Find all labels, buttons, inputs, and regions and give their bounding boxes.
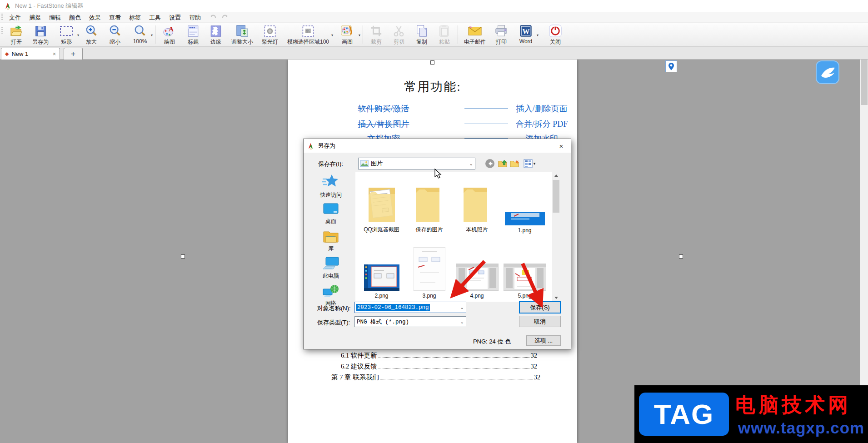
place-network[interactable]: 网络: [307, 284, 354, 307]
filename-label: 对象名称(N):: [317, 304, 351, 313]
file-item[interactable]: 1.png: [501, 175, 549, 234]
word-button[interactable]: W ▾ Word: [513, 23, 539, 46]
doc-link[interactable]: 插入/替换图片: [343, 119, 424, 129]
open-button[interactable]: 打开: [5, 23, 28, 46]
map-pin-icon: [668, 62, 674, 70]
file-item[interactable]: 保存的图片: [405, 175, 453, 234]
up-one-level-button[interactable]: [497, 158, 508, 169]
paint-button[interactable]: ▾ 画图: [334, 23, 361, 46]
toolbar-grip: [1, 14, 3, 21]
view-menu-button[interactable]: ▾: [522, 158, 537, 169]
dropdown-arrow-icon[interactable]: ▾: [77, 33, 79, 37]
edge-button[interactable]: 边缘: [205, 23, 227, 46]
email-icon: [468, 25, 482, 36]
scroll-down-icon[interactable]: [552, 294, 560, 302]
caption-button[interactable]: 标题: [182, 23, 205, 46]
tab-label: New 1: [11, 50, 28, 57]
toc-label: 6.1 软件更新: [341, 351, 377, 360]
spotlight-icon: [264, 25, 276, 37]
dropdown-arrow-icon[interactable]: ▾: [359, 33, 360, 37]
place-quick-access[interactable]: 快速访问: [307, 174, 354, 199]
resize-button[interactable]: 调整大小: [227, 23, 257, 46]
image-thumbnail: [505, 212, 545, 225]
dialog-title-bar[interactable]: 另存为: [304, 139, 571, 153]
chevron-down-icon[interactable]: ⌄: [469, 161, 473, 166]
menu-help[interactable]: 帮助: [185, 12, 205, 23]
file-item[interactable]: 本机照片: [453, 175, 501, 234]
file-item[interactable]: QQ浏览器截图: [358, 175, 405, 234]
resize-handle-left[interactable]: [181, 254, 185, 259]
file-list[interactable]: QQ浏览器截图 保存的图片 本机照片 1.png 2.png 3.png: [355, 172, 560, 302]
menu-edit[interactable]: 编辑: [45, 12, 65, 23]
image-thumbnail: [456, 264, 499, 291]
toc-page: 32: [534, 373, 541, 381]
dropdown-arrow-icon[interactable]: ▾: [151, 33, 153, 37]
chevron-down-icon[interactable]: ⌄: [460, 305, 464, 310]
new-folder-icon: [509, 159, 519, 168]
dropdown-arrow-icon[interactable]: ▾: [331, 33, 333, 37]
tab-modified-icon: ◆: [5, 51, 9, 57]
cancel-button[interactable]: 取消: [519, 316, 561, 327]
chevron-down-icon[interactable]: ⌄: [460, 319, 464, 324]
email-button[interactable]: 电子邮件: [460, 23, 490, 46]
menu-colors[interactable]: 颜色: [65, 12, 85, 23]
resize-handle-right[interactable]: [679, 254, 683, 259]
dropdown-arrow-icon[interactable]: ▾: [537, 33, 539, 37]
file-item[interactable]: 2.png: [358, 241, 405, 299]
draw-icon: A: [163, 25, 176, 37]
menu-tags[interactable]: 标签: [125, 12, 145, 23]
doc-link[interactable]: 插入/删除页面: [506, 103, 577, 114]
tab-new1[interactable]: ◆ New 1 ×: [1, 48, 60, 60]
copy-button[interactable]: 复制: [410, 23, 433, 46]
assistant-button[interactable]: [816, 60, 839, 86]
zoom-100-button[interactable]: ▾ 100%: [127, 23, 153, 46]
rectangle-select-icon: [60, 25, 73, 36]
ad-site-url[interactable]: www.tagxp.com: [738, 419, 865, 437]
pin-button[interactable]: [665, 60, 677, 72]
toolbar-separator: [363, 25, 363, 44]
doc-link[interactable]: 软件购买/激活: [343, 103, 424, 114]
resize-handle-top[interactable]: [430, 60, 434, 65]
options-button[interactable]: 选项 ...: [526, 335, 561, 346]
tab-close-icon[interactable]: ×: [53, 51, 56, 57]
scrollbar-thumb[interactable]: [553, 180, 559, 213]
place-desktop[interactable]: 桌面: [307, 203, 354, 225]
menu-effects[interactable]: 效果: [85, 12, 105, 23]
file-list-scrollbar[interactable]: [552, 172, 560, 302]
filename-input[interactable]: 2023-02-06_164823.png ⌄: [354, 302, 466, 313]
image-thumbnail: [364, 264, 399, 291]
menu-view[interactable]: 查看: [105, 12, 125, 23]
save-in-combobox[interactable]: 图片 ⌄: [358, 158, 475, 169]
new-folder-button[interactable]: [509, 158, 520, 169]
doc-link[interactable]: 合并/拆分 PDF: [506, 119, 577, 129]
redo-icon[interactable]: [221, 14, 229, 20]
place-this-pc[interactable]: 此电脑: [307, 256, 354, 280]
save-type-label: 保存类型(T):: [317, 319, 350, 327]
save-button[interactable]: 保存(S): [519, 301, 561, 314]
save-as-button[interactable]: 另存为: [28, 23, 53, 46]
new-tab-button[interactable]: +: [64, 48, 83, 60]
window-scrollbar[interactable]: [860, 47, 868, 443]
back-button[interactable]: [484, 158, 495, 169]
file-item[interactable]: 5.png: [501, 241, 549, 299]
file-item[interactable]: 4.png: [453, 241, 501, 299]
zoom-in-button[interactable]: 放大: [80, 23, 103, 46]
blur-region-button[interactable]: ABCEFG ▾ 模糊选择区域100: [283, 23, 334, 46]
rectangle-select-button[interactable]: ▾ 矩形: [53, 23, 80, 46]
menu-settings[interactable]: 设置: [165, 12, 185, 23]
spotlight-button[interactable]: 聚光灯: [257, 23, 283, 46]
print-button[interactable]: 打印: [490, 23, 513, 46]
dialog-close-button[interactable]: ×: [552, 139, 571, 153]
draw-button[interactable]: A 绘图: [157, 23, 182, 46]
open-folder-icon: [10, 25, 23, 37]
scroll-up-icon[interactable]: [552, 172, 560, 179]
place-libraries[interactable]: 库: [307, 230, 354, 253]
undo-icon[interactable]: [210, 14, 217, 20]
zoom-out-button[interactable]: 缩小: [103, 23, 127, 46]
save-type-combobox[interactable]: PNG 格式 (*.png) ⌄: [354, 316, 466, 327]
menu-tools[interactable]: 工具: [145, 12, 165, 23]
file-item[interactable]: 3.png: [405, 241, 453, 299]
menu-file[interactable]: 文件: [5, 12, 25, 23]
menu-capture[interactable]: 捕捉: [25, 12, 45, 23]
close-editor-button[interactable]: 关闭: [543, 23, 568, 46]
